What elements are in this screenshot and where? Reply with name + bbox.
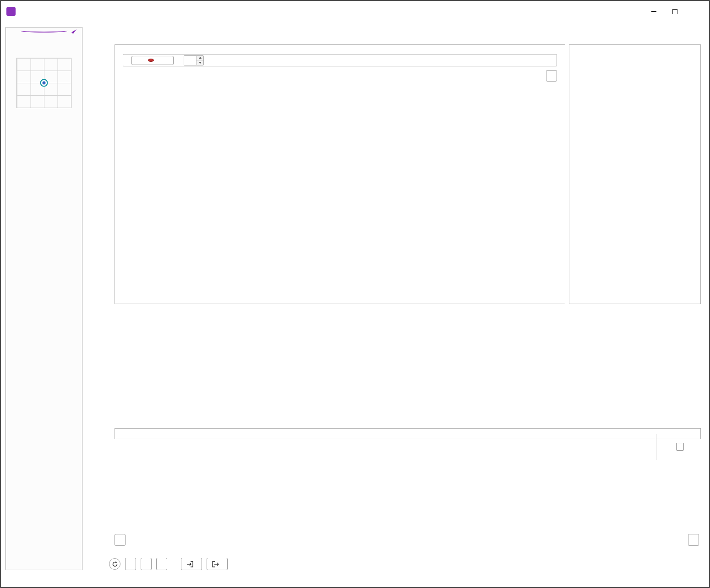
export-button[interactable] xyxy=(207,558,228,570)
button-grid xyxy=(86,26,106,30)
swap-checkbox[interactable] xyxy=(676,443,686,451)
position-marker xyxy=(40,79,48,87)
apply-settings-button[interactable] xyxy=(125,558,136,570)
plane-icon xyxy=(69,29,76,34)
bottom-toolbar xyxy=(109,558,699,570)
spinner-arrows[interactable] xyxy=(196,56,203,65)
position-grid xyxy=(16,58,71,108)
up-arrow-icon[interactable] xyxy=(197,56,203,61)
vpforce-logo xyxy=(6,27,82,53)
red-button-icon xyxy=(148,59,154,62)
maximize-button[interactable] xyxy=(664,1,685,22)
button-grid-headers xyxy=(86,26,106,30)
store-settings-button[interactable] xyxy=(156,558,167,570)
export-icon xyxy=(212,561,219,567)
import-icon xyxy=(186,561,193,567)
btn-column-header xyxy=(96,26,105,30)
auto-calibrate-button[interactable] xyxy=(115,534,126,546)
close-button[interactable] xyxy=(685,1,706,22)
bottom-section xyxy=(115,425,701,439)
load-settings-button[interactable] xyxy=(141,558,152,570)
app-icon xyxy=(6,7,16,16)
sidebar-panel xyxy=(5,27,82,570)
logo-swoosh xyxy=(20,29,68,33)
raw-column-header xyxy=(86,26,96,30)
game-controller-settings-button[interactable] xyxy=(546,70,557,82)
minimize-button[interactable] xyxy=(643,1,664,22)
status-bar xyxy=(1,574,709,587)
settings-panel xyxy=(115,44,565,304)
titlebar xyxy=(1,1,709,22)
app-window: { "window": { "title": "VPforce FFB Conf… xyxy=(0,0,710,588)
scroll-reset-button[interactable] xyxy=(131,56,174,65)
scroll-rate-spinner[interactable] xyxy=(184,55,204,65)
divider xyxy=(656,434,656,460)
scroll-axis-row xyxy=(123,54,557,66)
window-controls xyxy=(643,1,706,22)
reset-config-button[interactable] xyxy=(688,534,699,546)
minimize-icon xyxy=(651,11,656,12)
checkbox[interactable] xyxy=(676,443,684,451)
four-way-hats-row xyxy=(121,85,558,99)
expert-settings-panel xyxy=(569,44,701,304)
refresh-icon xyxy=(112,561,118,567)
ffb-axes-box xyxy=(115,428,701,439)
position-dot xyxy=(43,82,46,85)
maximize-icon xyxy=(672,9,677,14)
hats-as-buttons-row xyxy=(121,69,558,83)
import-button[interactable] xyxy=(181,558,202,570)
refresh-button[interactable] xyxy=(109,558,120,570)
down-arrow-icon[interactable] xyxy=(197,60,203,65)
telemetry-list xyxy=(6,53,82,55)
